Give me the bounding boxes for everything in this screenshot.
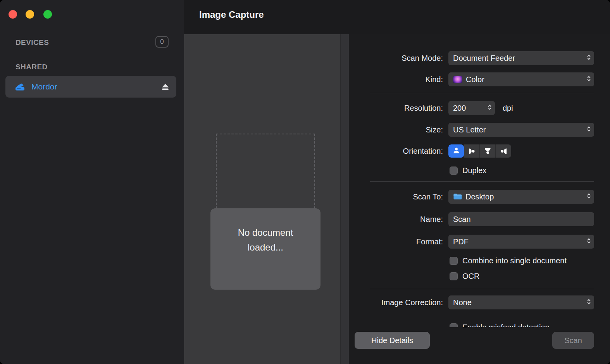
- person-upside-down-icon: [484, 148, 491, 155]
- resolution-stepper[interactable]: 200: [448, 101, 495, 115]
- name-row: Name:: [349, 212, 594, 226]
- orientation-landscape-left-button[interactable]: [464, 144, 479, 158]
- image-capture-window: DEVICES 0 SHARED Mordor Image Capture: [0, 0, 610, 364]
- orientation-row: Orientation:: [349, 144, 594, 158]
- device-name-label: Mordor: [31, 82, 161, 91]
- combine-checkbox[interactable]: [450, 257, 458, 265]
- chevron-up-down-icon: [587, 125, 591, 134]
- kind-row: Kind: Color: [349, 72, 594, 86]
- orientation-segmented-control: [448, 144, 511, 158]
- image-correction-dropdown[interactable]: None: [448, 295, 594, 309]
- name-input[interactable]: [448, 212, 594, 226]
- color-photo-thumbnail-icon: [453, 76, 462, 83]
- divider: [370, 289, 594, 289]
- person-landscape-right-icon: [500, 148, 507, 155]
- scan-mode-row: Scan Mode: Document Feeder: [349, 51, 594, 65]
- ocr-checkbox[interactable]: [450, 272, 458, 280]
- hide-details-button[interactable]: Hide Details: [355, 332, 430, 349]
- kind-dropdown[interactable]: Color: [448, 72, 594, 86]
- scan-to-label: Scan To:: [349, 192, 443, 201]
- chevron-up-down-icon: [587, 192, 591, 201]
- close-window-button[interactable]: [9, 10, 17, 19]
- duplex-label: Duplex: [462, 166, 486, 175]
- duplex-row: Duplex: [349, 166, 594, 175]
- sidebar-item-mordor[interactable]: Mordor: [5, 76, 176, 98]
- image-correction-row: Image Correction: None: [349, 295, 594, 309]
- combine-row: Combine into single document: [349, 256, 594, 265]
- resolution-unit-label: dpi: [503, 104, 513, 113]
- image-correction-label: Image Correction:: [349, 298, 443, 307]
- scan-to-row: Scan To: Desktop: [349, 190, 594, 204]
- divider: [370, 181, 594, 182]
- format-label: Format:: [349, 237, 443, 246]
- scan-mode-label: Scan Mode:: [349, 54, 443, 63]
- shared-section-header: SHARED: [16, 63, 48, 71]
- divider: [370, 93, 594, 93]
- chevron-up-down-icon: [587, 298, 591, 307]
- chevron-up-down-icon: [587, 75, 591, 84]
- duplex-checkbox[interactable]: [450, 167, 458, 175]
- window-title: Image Capture: [199, 9, 264, 20]
- no-document-placeholder: No document loaded...: [210, 208, 321, 290]
- orientation-landscape-right-button[interactable]: [495, 144, 511, 158]
- format-dropdown[interactable]: PDF: [448, 235, 594, 249]
- devices-section-header: DEVICES: [16, 38, 49, 47]
- chevron-up-down-icon: [587, 54, 591, 63]
- combine-label: Combine into single document: [462, 256, 567, 265]
- eject-icon[interactable]: [161, 83, 169, 91]
- chevron-up-down-icon: [587, 237, 591, 246]
- person-landscape-left-icon: [468, 148, 476, 155]
- sidebar: DEVICES 0 SHARED Mordor: [0, 0, 184, 364]
- scan-settings-panel: Scan Mode: Document Feeder Kind: Color: [349, 34, 610, 364]
- title-bar: Image Capture: [184, 0, 610, 34]
- orientation-portrait-button[interactable]: [448, 144, 464, 158]
- folder-icon: [453, 193, 462, 200]
- page-outline-dashed: [216, 134, 315, 213]
- name-label: Name:: [349, 215, 443, 224]
- person-portrait-icon: [453, 147, 460, 156]
- orientation-label: Orientation:: [349, 147, 443, 156]
- scanner-icon: [15, 82, 25, 91]
- size-dropdown[interactable]: US Letter: [448, 123, 594, 137]
- preview-scrollbar-track[interactable]: [340, 34, 349, 364]
- no-document-message: No document loaded...: [238, 225, 293, 290]
- zoom-window-button[interactable]: [43, 10, 52, 19]
- kind-label: Kind:: [349, 75, 443, 84]
- document-preview-area: No document loaded...: [184, 34, 349, 364]
- scan-to-dropdown[interactable]: Desktop: [448, 190, 594, 204]
- resolution-label: Resolution:: [349, 104, 443, 113]
- devices-count-badge[interactable]: 0: [155, 36, 169, 48]
- ocr-row: OCR: [349, 271, 594, 281]
- ocr-label: OCR: [462, 272, 479, 281]
- scan-mode-dropdown[interactable]: Document Feeder: [448, 51, 594, 65]
- orientation-upside-down-button[interactable]: [479, 144, 495, 158]
- scan-button[interactable]: Scan: [552, 332, 594, 349]
- format-row: Format: PDF: [349, 235, 594, 249]
- size-row: Size: US Letter: [349, 123, 594, 137]
- resolution-row: Resolution: 200 dpi: [349, 101, 594, 115]
- minimize-window-button[interactable]: [26, 10, 34, 19]
- size-label: Size:: [349, 125, 443, 134]
- chevron-up-down-icon: [488, 104, 492, 113]
- footer-bar: Hide Details Scan: [349, 327, 610, 364]
